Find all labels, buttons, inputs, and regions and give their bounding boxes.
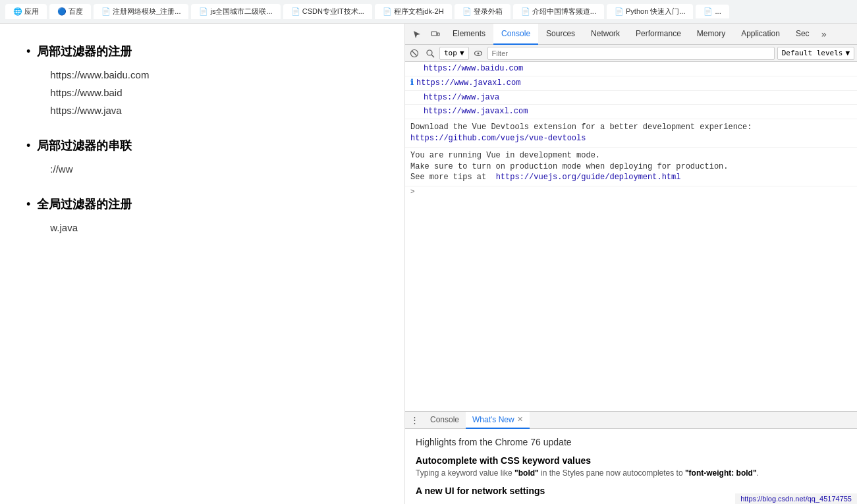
tab-network[interactable]: Network bbox=[583, 24, 628, 45]
browser-topbar: 🌐 应用 🔵 百度 📄 注册网络模块_注册... 📄 js全国城市二级联... … bbox=[0, 0, 857, 24]
section-1: • 局部过滤器的注册 https://www.baidu.com https:/… bbox=[26, 43, 378, 119]
vue-devtools-link: https://github.com/vuejs/vue-devtools bbox=[410, 133, 586, 144]
section-3-content: w.java bbox=[37, 219, 132, 237]
section-2-content: ://ww bbox=[37, 160, 132, 178]
drawer-feature-1-desc: Typing a keyword value like "bold" in th… bbox=[416, 468, 846, 478]
console-output: https://www.baidu.com ℹ https://www.java… bbox=[405, 62, 857, 411]
info-icon-1: ℹ bbox=[410, 78, 414, 89]
status-bar-link[interactable]: https://blog.csdn.net/qq_45174755 bbox=[740, 495, 852, 503]
tab-application[interactable]: Application bbox=[733, 24, 788, 45]
tab-console[interactable]: Console bbox=[493, 24, 538, 45]
svg-rect-1 bbox=[437, 33, 439, 36]
section-2: • 局部过滤器的串联 ://ww bbox=[26, 138, 378, 178]
browser-tab-10[interactable]: 📄 ... bbox=[696, 5, 729, 18]
device-toolbar-icon[interactable] bbox=[426, 25, 445, 43]
devtools-tabs-bar: Elements Console Sources Network Perform… bbox=[405, 24, 857, 45]
svg-rect-0 bbox=[431, 32, 437, 36]
section-2-line-1: ://ww bbox=[50, 160, 132, 178]
svg-point-4 bbox=[427, 50, 432, 55]
browser-tab-3[interactable]: 📄 注册网络模块_注册... bbox=[94, 4, 188, 19]
section-1-title: 局部过滤器的注册 bbox=[37, 43, 149, 59]
drawer-tab-close-icon[interactable]: ✕ bbox=[517, 415, 523, 424]
clear-console-icon[interactable] bbox=[408, 47, 421, 60]
console-line-4-text: https://www.javaxl.com bbox=[424, 106, 528, 117]
drawer-menu-icon[interactable]: ⋮ bbox=[408, 414, 421, 427]
tab-sources[interactable]: Sources bbox=[538, 24, 583, 45]
drawer-tabs-bar: ⋮ Console What's New ✕ bbox=[405, 412, 857, 429]
vuejs-guide-link[interactable]: https://vuejs.org/guide/deployment.html bbox=[496, 173, 681, 182]
console-line-4: https://www.javaxl.com bbox=[405, 105, 857, 119]
devtools-drawer: ⋮ Console What's New ✕ Highlights from t… bbox=[405, 411, 857, 504]
devtools-panel: Elements Console Sources Network Perform… bbox=[405, 24, 857, 504]
drawer-feature-1-title: Autocomplete with CSS keyword values bbox=[416, 455, 846, 466]
console-line-5: Download the Vue Devtools extension for … bbox=[405, 119, 857, 148]
drawer-content: Highlights from the Chrome 76 update Aut… bbox=[405, 429, 857, 504]
console-line-1-text: https://www.baidu.com bbox=[424, 63, 523, 74]
svg-line-3 bbox=[412, 51, 417, 55]
section-3-line-1: w.java bbox=[50, 219, 132, 237]
eye-icon[interactable] bbox=[472, 47, 485, 60]
section-2-title: 局部过滤器的串联 bbox=[37, 138, 132, 154]
section-3: • 全局过滤器的注册 w.java bbox=[26, 196, 378, 237]
svg-point-7 bbox=[477, 52, 479, 54]
console-line-1: https://www.baidu.com bbox=[405, 62, 857, 76]
drawer-tab-console[interactable]: Console bbox=[424, 412, 466, 429]
console-line-2: ℹ https://www.javaxl.com bbox=[405, 76, 857, 91]
inspect-element-icon[interactable] bbox=[408, 25, 426, 43]
drawer-whats-new-label: What's New bbox=[472, 415, 514, 424]
default-levels-button[interactable]: Default levels ▼ bbox=[777, 47, 854, 60]
more-tabs-icon[interactable]: » bbox=[817, 29, 831, 40]
vue-devtools-text-1: Download the Vue Devtools extension for … bbox=[410, 122, 752, 133]
filter-input[interactable] bbox=[487, 47, 775, 60]
drawer-highlight-title: Highlights from the Chrome 76 update bbox=[416, 437, 846, 447]
browser-tab-4[interactable]: 📄 js全国城市二级联... bbox=[191, 4, 280, 19]
vue-dev-text-1: You are running Vue in development mode. bbox=[410, 150, 600, 161]
devtools-toolbar: top ▼ Default levels ▼ bbox=[405, 45, 857, 62]
vue-dev-text-3a: See more tips at bbox=[410, 173, 491, 182]
status-bar: https://blog.csdn.net/qq_45174755 bbox=[735, 493, 857, 504]
vue-dev-text-2: Make sure to turn on production mode whe… bbox=[410, 161, 728, 173]
baidu-link[interactable]: https://www.baidu.com bbox=[424, 64, 523, 73]
filter-icon[interactable] bbox=[424, 47, 437, 60]
vue-dev-text-3: See more tips at https://vuejs.org/guide… bbox=[410, 172, 680, 183]
javaxl-link-2[interactable]: https://www.javaxl.com bbox=[424, 107, 528, 116]
tab-elements[interactable]: Elements bbox=[445, 24, 493, 45]
console-line-6: You are running Vue in development mode.… bbox=[405, 148, 857, 186]
tab-security[interactable]: Sec bbox=[788, 24, 817, 45]
browser-tab-6[interactable]: 📄 程序文档jdk-2H bbox=[375, 4, 452, 19]
default-levels-dropdown-icon: ▼ bbox=[845, 49, 850, 57]
browser-tab-2[interactable]: 🔵 百度 bbox=[49, 4, 91, 19]
main-area: • 局部过滤器的注册 https://www.baidu.com https:/… bbox=[0, 24, 857, 504]
github-vuejs-link[interactable]: https://github.com/vuejs/vue-devtools bbox=[410, 134, 586, 143]
browser-tab-7[interactable]: 📄 登录外箱 bbox=[455, 4, 511, 19]
drawer-tab-whats-new[interactable]: What's New ✕ bbox=[466, 412, 530, 429]
browser-tab-1[interactable]: 🌐 应用 bbox=[5, 4, 47, 19]
javaxl-link-1[interactable]: https://www.javaxl.com bbox=[416, 78, 520, 88]
browser-tab-9[interactable]: 📄 Python 快速入门... bbox=[607, 4, 694, 19]
section-1-line-3: https://www.java bbox=[50, 101, 149, 119]
context-selector[interactable]: top ▼ bbox=[439, 47, 469, 60]
context-value: top bbox=[444, 49, 457, 57]
left-panel: • 局部过滤器的注册 https://www.baidu.com https:/… bbox=[0, 24, 405, 504]
tab-memory[interactable]: Memory bbox=[689, 24, 733, 45]
section-1-line-1: https://www.baidu.com bbox=[50, 66, 149, 84]
console-line-3-text: https://www.java bbox=[424, 92, 499, 103]
java-link[interactable]: https://www.java bbox=[424, 93, 499, 102]
section-3-title: 全局过滤器的注册 bbox=[37, 196, 132, 212]
console-line-2-text: https://www.javaxl.com bbox=[416, 78, 520, 89]
section-1-line-2: https://www.baid bbox=[50, 84, 149, 101]
svg-line-5 bbox=[431, 55, 434, 57]
browser-tab-5[interactable]: 📄 CSDN专业IT技术... bbox=[283, 4, 372, 19]
console-line-3: https://www.java bbox=[405, 91, 857, 105]
tab-performance[interactable]: Performance bbox=[628, 24, 689, 45]
section-1-content: https://www.baidu.com https://www.baid h… bbox=[37, 66, 149, 119]
console-prompt[interactable]: > bbox=[405, 186, 857, 197]
context-dropdown-icon: ▼ bbox=[460, 49, 464, 57]
browser-tab-8[interactable]: 📄 介绍中国博客频道... bbox=[513, 4, 604, 19]
default-levels-label: Default levels bbox=[782, 49, 843, 57]
